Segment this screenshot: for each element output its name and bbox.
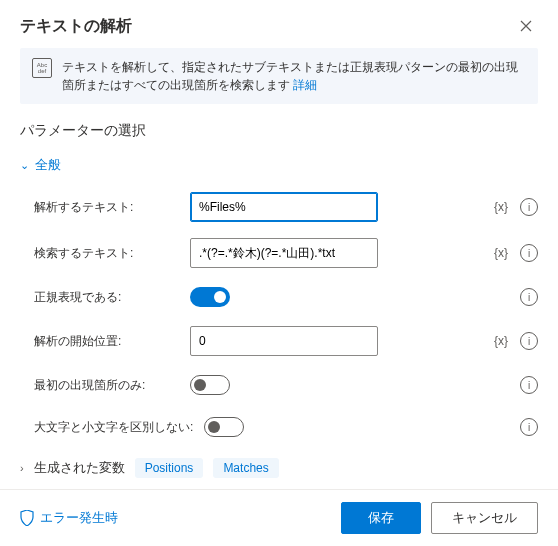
info-button[interactable]: i bbox=[520, 198, 538, 216]
case-sensitive-label: 大文字と小文字を区別しない: bbox=[34, 419, 194, 436]
parse-text-input[interactable] bbox=[190, 192, 378, 222]
variable-icon[interactable]: {x} bbox=[494, 334, 508, 348]
info-button[interactable]: i bbox=[520, 288, 538, 306]
is-regex-label: 正規表現である: bbox=[34, 289, 180, 306]
chevron-right-icon[interactable]: › bbox=[20, 462, 24, 474]
variable-icon[interactable]: {x} bbox=[494, 200, 508, 214]
dialog-title: テキストの解析 bbox=[20, 16, 132, 37]
start-pos-label: 解析の開始位置: bbox=[34, 333, 180, 350]
is-regex-toggle[interactable] bbox=[190, 287, 230, 307]
first-only-label: 最初の出現箇所のみ: bbox=[34, 377, 180, 394]
save-button[interactable]: 保存 bbox=[341, 502, 421, 534]
abc-icon: Abc def bbox=[32, 58, 52, 78]
section-title: パラメーターの選択 bbox=[0, 118, 558, 150]
on-error-link[interactable]: エラー発生時 bbox=[20, 509, 118, 527]
group-general[interactable]: ⌄ 全般 bbox=[20, 150, 538, 184]
cancel-button[interactable]: キャンセル bbox=[431, 502, 538, 534]
banner-text: テキストを解析して、指定されたサブテキストまたは正規表現パターンの最初の出現箇所… bbox=[62, 60, 518, 92]
generated-vars-label[interactable]: 生成された変数 bbox=[34, 459, 125, 477]
shield-icon bbox=[20, 510, 34, 526]
chip-positions[interactable]: Positions bbox=[135, 458, 204, 478]
start-pos-input[interactable] bbox=[190, 326, 378, 356]
variable-icon[interactable]: {x} bbox=[494, 246, 508, 260]
details-link[interactable]: 詳細 bbox=[293, 78, 317, 92]
group-general-label: 全般 bbox=[35, 156, 61, 174]
info-button[interactable]: i bbox=[520, 376, 538, 394]
close-icon bbox=[520, 20, 532, 32]
search-text-input[interactable] bbox=[190, 238, 378, 268]
chevron-down-icon: ⌄ bbox=[20, 159, 29, 172]
close-button[interactable] bbox=[514, 14, 538, 38]
search-text-label: 検索するテキスト: bbox=[34, 245, 180, 262]
parse-text-label: 解析するテキスト: bbox=[34, 199, 180, 216]
case-sensitive-toggle[interactable] bbox=[204, 417, 244, 437]
info-button[interactable]: i bbox=[520, 418, 538, 436]
on-error-label: エラー発生時 bbox=[40, 509, 118, 527]
info-button[interactable]: i bbox=[520, 332, 538, 350]
first-only-toggle[interactable] bbox=[190, 375, 230, 395]
info-button[interactable]: i bbox=[520, 244, 538, 262]
chip-matches[interactable]: Matches bbox=[213, 458, 278, 478]
info-banner: Abc def テキストを解析して、指定されたサブテキストまたは正規表現パターン… bbox=[20, 48, 538, 104]
